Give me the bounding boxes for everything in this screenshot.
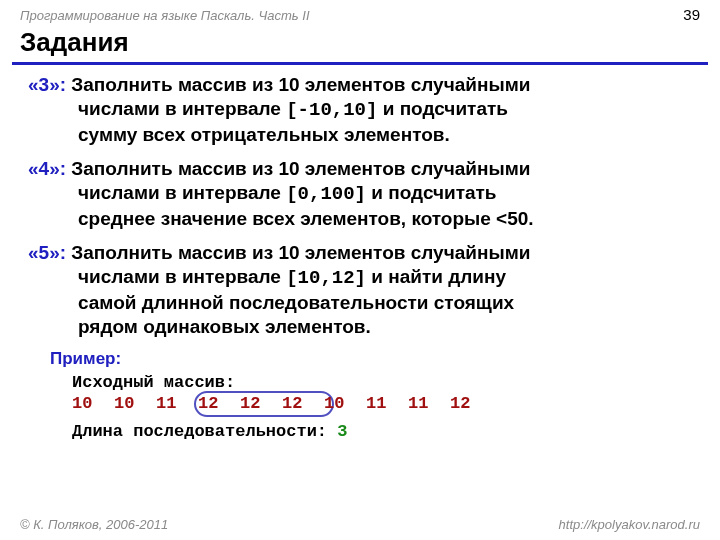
content-area: «3»: Заполнить массив из 10 элементов сл… bbox=[0, 73, 720, 441]
example-seq-line: Длина последовательности: 3 bbox=[72, 422, 692, 441]
task-3-line1: Заполнить массив из 10 элементов случайн… bbox=[71, 74, 530, 95]
arr-9: 12 bbox=[450, 394, 492, 413]
title-underline bbox=[12, 62, 708, 65]
page-number: 39 bbox=[683, 6, 700, 23]
task-4-indent: числами в интервале [0,100] и подсчитать… bbox=[78, 181, 692, 231]
arr-1: 10 bbox=[114, 394, 156, 413]
task-3: «3»: Заполнить массив из 10 элементов сл… bbox=[28, 73, 692, 147]
task-5-range: [10,12] bbox=[286, 267, 366, 289]
footer-url[interactable]: http://kpolyakov.narod.ru bbox=[559, 517, 700, 532]
course-title: Программирование на языке Паскаль. Часть… bbox=[20, 8, 310, 23]
task-5-indent: числами в интервале [10,12] и найти длин… bbox=[78, 265, 692, 339]
example-title: Пример: bbox=[50, 349, 692, 369]
task-3-indent: числами в интервале [-10,10] и подсчитат… bbox=[78, 97, 692, 147]
task-5-line1: Заполнить массив из 10 элементов случайн… bbox=[71, 242, 530, 263]
arr-0: 10 bbox=[72, 394, 114, 413]
task-3-range: [-10,10] bbox=[286, 99, 377, 121]
task-5-line4: рядом одинаковых элементов. bbox=[78, 316, 371, 337]
example-block: Пример: Исходный массив: 101011121212101… bbox=[50, 349, 692, 441]
example-source-label: Исходный массив: bbox=[72, 373, 692, 392]
footer-copyright: © К. Поляков, 2006-2011 bbox=[20, 517, 168, 532]
slide-title: Задания bbox=[0, 25, 720, 60]
example-seq-label: Длина последовательности: bbox=[72, 422, 337, 441]
arr-4: 12 bbox=[240, 394, 282, 413]
task-4-range: [0,100] bbox=[286, 183, 366, 205]
arr-6: 10 bbox=[324, 394, 366, 413]
example-seq-value: 3 bbox=[337, 422, 347, 441]
slide-header: Программирование на языке Паскаль. Часть… bbox=[0, 0, 720, 25]
task-4: «4»: Заполнить массив из 10 элементов сл… bbox=[28, 157, 692, 231]
example-array: 10101112121210111112 bbox=[72, 394, 692, 420]
arr-7: 11 bbox=[366, 394, 408, 413]
arr-5: 12 bbox=[282, 394, 324, 413]
arr-8: 11 bbox=[408, 394, 450, 413]
task-3-label: «3»: bbox=[28, 74, 66, 95]
arr-2: 11 bbox=[156, 394, 198, 413]
slide-footer: © К. Поляков, 2006-2011 http://kpolyakov… bbox=[0, 517, 720, 532]
task-3-line2b: и подсчитать bbox=[377, 98, 508, 119]
task-4-line2a: числами в интервале bbox=[78, 182, 286, 203]
task-3-line2a: числами в интервале bbox=[78, 98, 286, 119]
task-5-label: «5»: bbox=[28, 242, 66, 263]
task-5-line2b: и найти длину bbox=[366, 266, 506, 287]
task-5-line2a: числами в интервале bbox=[78, 266, 286, 287]
task-4-line3: среднее значение всех элементов, которые… bbox=[78, 208, 534, 229]
task-3-line3: сумму всех отрицательных элементов. bbox=[78, 124, 450, 145]
task-4-label: «4»: bbox=[28, 158, 66, 179]
arr-3: 12 bbox=[198, 394, 240, 413]
task-5-line3: самой длинной последовательности стоящих bbox=[78, 292, 514, 313]
task-5: «5»: Заполнить массив из 10 элементов сл… bbox=[28, 241, 692, 339]
task-4-line2b: и подсчитать bbox=[366, 182, 497, 203]
task-4-line1: Заполнить массив из 10 элементов случайн… bbox=[71, 158, 530, 179]
